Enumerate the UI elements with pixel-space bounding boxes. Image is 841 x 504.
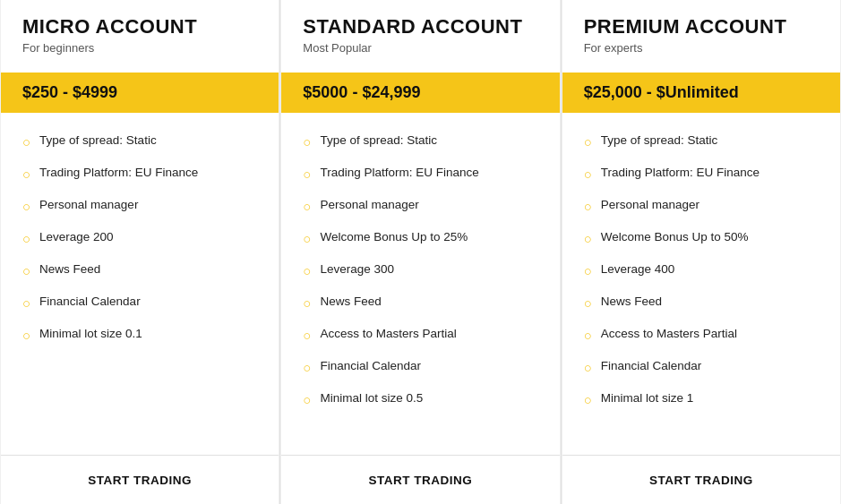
plan-header-standard: STANDARD ACCOUNTMost Popular xyxy=(281,0,559,64)
bullet-icon: ○ xyxy=(22,263,30,278)
plan-footer-micro: START TRADING xyxy=(1,455,279,504)
plan-price-standard: $5000 - $24,999 xyxy=(281,73,559,113)
bullet-icon: ○ xyxy=(303,263,311,278)
plan-subtitle-standard: Most Popular xyxy=(303,41,537,55)
list-item: ○News Feed xyxy=(303,286,537,319)
feature-text: Welcome Bonus Up to 50% xyxy=(601,230,749,243)
bullet-icon: ○ xyxy=(303,295,311,311)
feature-text: Personal manager xyxy=(39,198,138,211)
plan-features-premium: ○Type of spread: Static○Trading Platform… xyxy=(562,125,840,446)
feature-text: Leverage 400 xyxy=(601,262,675,276)
bullet-icon: ○ xyxy=(22,328,30,343)
bullet-icon: ○ xyxy=(22,295,30,311)
plan-price-micro: $250 - $4999 xyxy=(1,73,279,113)
bullet-icon: ○ xyxy=(584,167,592,182)
bullet-icon: ○ xyxy=(584,199,592,214)
bullet-icon: ○ xyxy=(584,134,592,149)
pricing-container: MICRO ACCOUNTFor beginners$250 - $4999○T… xyxy=(0,0,841,504)
feature-text: Leverage 200 xyxy=(39,230,114,243)
plan-card-premium: PREMIUM ACCOUNTFor experts$25,000 - $Unl… xyxy=(562,0,840,504)
feature-text: Type of spread: Static xyxy=(320,133,437,147)
feature-text: News Feed xyxy=(320,295,381,308)
plan-price-premium: $25,000 - $Unlimited xyxy=(562,73,840,113)
feature-text: Financial Calendar xyxy=(601,359,702,372)
list-item: ○Leverage 300 xyxy=(303,254,537,286)
feature-text: Minimal lot size 0.1 xyxy=(39,327,142,340)
feature-text: Minimal lot size 1 xyxy=(601,391,694,405)
bullet-icon: ○ xyxy=(22,199,30,214)
list-item: ○Welcome Bonus Up to 50% xyxy=(584,222,819,254)
feature-text: Leverage 300 xyxy=(320,262,394,276)
list-item: ○News Feed xyxy=(22,254,257,286)
list-item: ○Welcome Bonus Up to 25% xyxy=(303,222,537,254)
list-item: ○Trading Platform: EU Finance xyxy=(303,158,537,190)
list-item: ○Leverage 400 xyxy=(584,254,819,286)
plan-features-micro: ○Type of spread: Static○Trading Platform… xyxy=(1,125,279,446)
bullet-icon: ○ xyxy=(584,263,592,278)
feature-text: Personal manager xyxy=(601,198,699,211)
feature-text: Welcome Bonus Up to 25% xyxy=(320,230,468,243)
feature-text: News Feed xyxy=(39,262,100,276)
feature-text: Type of spread: Static xyxy=(601,133,718,147)
list-item: ○Type of spread: Static xyxy=(22,125,257,158)
list-item: ○Access to Masters Partial xyxy=(303,319,537,351)
bullet-icon: ○ xyxy=(584,360,592,375)
plan-footer-premium: START TRADING xyxy=(562,455,840,504)
list-item: ○Minimal lot size 0.1 xyxy=(22,319,257,351)
bullet-icon: ○ xyxy=(303,199,311,214)
bullet-icon: ○ xyxy=(303,360,311,375)
list-item: ○Leverage 200 xyxy=(22,222,257,254)
plan-footer-standard: START TRADING xyxy=(281,455,559,504)
plan-title-premium: PREMIUM ACCOUNT xyxy=(584,16,819,38)
list-item: ○Minimal lot size 0.5 xyxy=(303,383,537,415)
list-item: ○Financial Calendar xyxy=(22,286,257,319)
list-item: ○News Feed xyxy=(584,286,819,319)
feature-text: Access to Masters Partial xyxy=(601,327,737,340)
start-trading-button-micro[interactable]: START TRADING xyxy=(88,474,192,487)
plan-subtitle-micro: For beginners xyxy=(22,41,257,55)
plan-title-micro: MICRO ACCOUNT xyxy=(22,16,257,38)
bullet-icon: ○ xyxy=(584,231,592,246)
plan-header-premium: PREMIUM ACCOUNTFor experts xyxy=(562,0,840,64)
bullet-icon: ○ xyxy=(22,167,30,182)
feature-text: Personal manager xyxy=(320,198,418,211)
plan-features-standard: ○Type of spread: Static○Trading Platform… xyxy=(281,125,559,446)
bullet-icon: ○ xyxy=(303,134,311,149)
plan-header-micro: MICRO ACCOUNTFor beginners xyxy=(1,0,279,64)
bullet-icon: ○ xyxy=(303,328,311,343)
bullet-icon: ○ xyxy=(22,231,30,246)
plan-card-micro: MICRO ACCOUNTFor beginners$250 - $4999○T… xyxy=(1,0,279,504)
bullet-icon: ○ xyxy=(303,231,311,246)
feature-text: News Feed xyxy=(601,295,662,308)
list-item: ○Minimal lot size 1 xyxy=(584,383,819,415)
feature-text: Trading Platform: EU Finance xyxy=(39,166,198,179)
bullet-icon: ○ xyxy=(303,392,311,407)
list-item: ○Trading Platform: EU Finance xyxy=(22,158,257,190)
list-item: ○Financial Calendar xyxy=(303,351,537,383)
plan-card-standard: STANDARD ACCOUNTMost Popular$5000 - $24,… xyxy=(281,0,559,504)
bullet-icon: ○ xyxy=(22,134,30,149)
bullet-icon: ○ xyxy=(584,328,592,343)
feature-text: Minimal lot size 0.5 xyxy=(320,391,423,405)
list-item: ○Type of spread: Static xyxy=(584,125,819,158)
bullet-icon: ○ xyxy=(584,295,592,311)
feature-text: Trading Platform: EU Finance xyxy=(601,166,759,179)
list-item: ○Personal manager xyxy=(584,190,819,222)
feature-text: Financial Calendar xyxy=(39,295,141,308)
feature-text: Access to Masters Partial xyxy=(320,327,456,340)
list-item: ○Financial Calendar xyxy=(584,351,819,383)
list-item: ○Personal manager xyxy=(303,190,537,222)
feature-text: Financial Calendar xyxy=(320,359,421,372)
plan-title-standard: STANDARD ACCOUNT xyxy=(303,16,537,38)
plan-subtitle-premium: For experts xyxy=(584,41,819,55)
feature-text: Trading Platform: EU Finance xyxy=(320,166,478,179)
start-trading-button-premium[interactable]: START TRADING xyxy=(649,474,753,487)
list-item: ○Personal manager xyxy=(22,190,257,222)
list-item: ○Access to Masters Partial xyxy=(584,319,819,351)
list-item: ○Type of spread: Static xyxy=(303,125,537,158)
feature-text: Type of spread: Static xyxy=(39,133,157,147)
list-item: ○Trading Platform: EU Finance xyxy=(584,158,819,190)
bullet-icon: ○ xyxy=(584,392,592,407)
bullet-icon: ○ xyxy=(303,167,311,182)
start-trading-button-standard[interactable]: START TRADING xyxy=(369,474,473,487)
